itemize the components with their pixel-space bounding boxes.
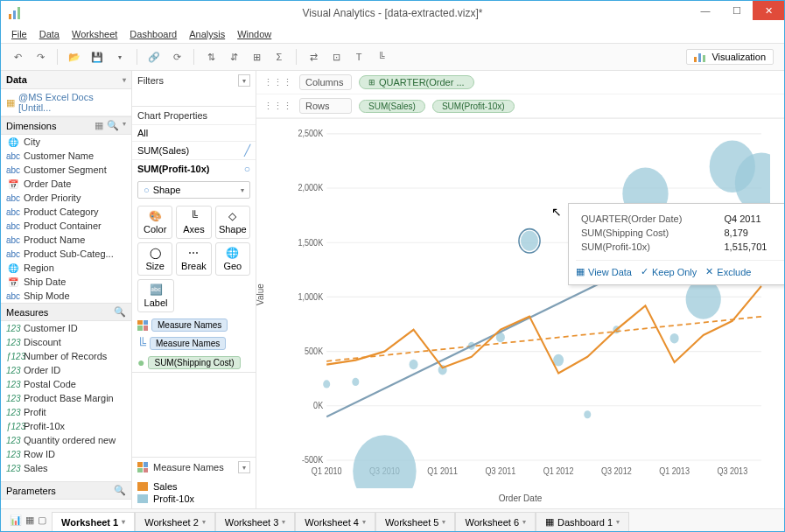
- measure-field[interactable]: 123Customer ID: [1, 321, 131, 335]
- menu-worksheet[interactable]: Worksheet: [72, 29, 117, 39]
- maximize-button[interactable]: ☐: [721, 1, 753, 20]
- shape-card[interactable]: ◇Shape: [215, 206, 250, 239]
- menu-window[interactable]: Window: [237, 29, 271, 39]
- axes-button[interactable]: ╚: [372, 47, 391, 66]
- size-card[interactable]: ◯Size: [137, 242, 172, 276]
- measure-field[interactable]: 123Profit: [1, 405, 131, 419]
- axes-card[interactable]: ╚Axes: [176, 206, 211, 239]
- dimension-field[interactable]: abcProduct Category: [1, 205, 131, 219]
- fit-button[interactable]: ⊡: [326, 47, 346, 66]
- save-button[interactable]: 💾: [88, 47, 107, 66]
- dimension-field[interactable]: abcCustomer Name: [1, 149, 131, 163]
- worksheet-tab[interactable]: Worksheet 6▾: [455, 512, 536, 531]
- measure-field[interactable]: 123Discount: [1, 335, 131, 349]
- view-icon[interactable]: ▦: [95, 120, 103, 131]
- measure-field[interactable]: 123Row ID: [1, 447, 131, 461]
- filters-dd-icon[interactable]: ▾: [238, 74, 250, 87]
- refresh-button[interactable]: ⟳: [167, 47, 186, 66]
- dimension-field[interactable]: abcShip Mode: [1, 289, 131, 303]
- menu-data[interactable]: Data: [39, 29, 60, 39]
- total-button[interactable]: Σ: [270, 47, 289, 66]
- visualization-button[interactable]: Visualization: [686, 49, 774, 65]
- worksheet-tab[interactable]: Worksheet 1▾: [52, 512, 135, 531]
- undo-button[interactable]: ↶: [8, 47, 27, 66]
- measure-field[interactable]: ƒ123Number of Records: [1, 349, 131, 363]
- tooltip-view-data[interactable]: ▦View Data: [576, 266, 632, 277]
- connect-button[interactable]: 🔗: [144, 47, 164, 66]
- color-card[interactable]: 🎨Color: [137, 206, 172, 239]
- dimension-field[interactable]: 🌐Region: [1, 261, 131, 275]
- dimension-field[interactable]: abcProduct Name: [1, 233, 131, 247]
- save-dd-button[interactable]: ▾: [110, 47, 130, 66]
- tooltip-keep-only[interactable]: ✓Keep Only: [641, 266, 697, 277]
- tooltip-exclude[interactable]: ✕Exclude: [705, 266, 751, 277]
- chart-viewport[interactable]: Value -500K0K500K1,000K1,500K2,000K2,500…: [256, 119, 784, 492]
- worksheet-tab[interactable]: ▦Dashboard 1▾: [536, 512, 629, 531]
- search-dim-icon[interactable]: 🔍: [107, 120, 119, 131]
- cp-sales-row[interactable]: SUM(Sales)╱: [132, 141, 256, 159]
- svg-text:2,500K: 2,500K: [298, 129, 324, 139]
- legend-dd-icon[interactable]: ▾: [238, 461, 250, 473]
- sort-asc-button[interactable]: ⇅: [201, 47, 221, 66]
- redo-button[interactable]: ↷: [31, 47, 50, 66]
- datasource-row[interactable]: ▦ @MS Excel Docs [Untitl...: [1, 89, 131, 116]
- legend-swatch: [137, 482, 148, 491]
- search-mea-icon[interactable]: 🔍: [114, 306, 126, 318]
- svg-text:Q1 2012: Q1 2012: [543, 466, 574, 476]
- menu-analysis[interactable]: Analysis: [189, 29, 225, 39]
- rows-pill-sales[interactable]: SUM(Sales): [359, 100, 425, 113]
- measure-field[interactable]: 123Postal Code: [1, 377, 131, 391]
- worksheet-tab[interactable]: Worksheet 3▾: [215, 512, 296, 531]
- rows-shelf[interactable]: ⋮⋮⋮ Rows SUM(Sales) SUM(Profit-10x): [256, 94, 784, 118]
- dimension-field[interactable]: abcProduct Sub-Categ...: [1, 247, 131, 261]
- field-icon: 123: [6, 464, 20, 473]
- axes-pill-icon: ╚: [137, 340, 146, 348]
- measure-field[interactable]: 123Quantity ordered new: [1, 433, 131, 447]
- columns-shelf[interactable]: ⋮⋮⋮ Columns ⊞QUARTER(Order ...: [256, 71, 784, 94]
- worksheet-tab[interactable]: Worksheet 2▾: [135, 512, 215, 531]
- close-button[interactable]: ✕: [753, 1, 784, 20]
- y-axis-label: Value: [256, 284, 265, 305]
- data-dd-icon[interactable]: ▾: [123, 76, 126, 84]
- shape-selector[interactable]: ○ Shape ▾: [137, 181, 250, 199]
- cp-all-row[interactable]: All: [132, 124, 256, 141]
- rows-pill-profit[interactable]: SUM(Profit-10x): [432, 100, 515, 113]
- field-icon: 🌐: [6, 137, 20, 147]
- menu-dashboard[interactable]: Dashboard: [130, 29, 177, 39]
- dimensions-list: 🌐CityabcCustomer NameabcCustomer Segment…: [1, 135, 131, 303]
- dim-dd-icon[interactable]: ▾: [123, 120, 126, 131]
- measure-names-pill-1[interactable]: Measure Names: [132, 316, 256, 334]
- legend-item[interactable]: Profit-10x: [137, 493, 250, 505]
- dimension-field[interactable]: 🌐City: [1, 135, 131, 149]
- tab-dash-icon[interactable]: ▦: [25, 514, 34, 526]
- legend-item[interactable]: Sales: [137, 480, 250, 493]
- open-button[interactable]: 📂: [65, 47, 84, 66]
- measure-field[interactable]: ƒ123Profit-10x: [1, 419, 131, 433]
- minimize-button[interactable]: —: [690, 1, 721, 20]
- dimension-field[interactable]: abcOrder Priority: [1, 191, 131, 205]
- geo-card[interactable]: 🌐Geo: [215, 242, 250, 276]
- search-par-icon[interactable]: 🔍: [114, 485, 126, 496]
- tab-chart-icon[interactable]: 📊: [10, 514, 22, 526]
- measure-field[interactable]: 123Sales: [1, 461, 131, 475]
- shipping-cost-pill[interactable]: ● SUM(Shipping Cost): [132, 353, 256, 372]
- measure-names-pill-2[interactable]: ╚ Measure Names: [132, 334, 256, 353]
- menu-file[interactable]: File: [11, 29, 27, 39]
- label-card[interactable]: 🔤Label: [137, 279, 174, 312]
- measure-field[interactable]: 123Product Base Margin: [1, 391, 131, 405]
- label-button[interactable]: T: [349, 47, 368, 66]
- tab-new-icon[interactable]: ▢: [38, 514, 46, 526]
- dimension-field[interactable]: 📅Ship Date: [1, 275, 131, 289]
- swap-button[interactable]: ⇄: [304, 47, 323, 66]
- dimension-field[interactable]: abcProduct Container: [1, 219, 131, 233]
- sort-desc-button[interactable]: ⇵: [224, 47, 243, 66]
- group-button[interactable]: ⊞: [247, 47, 266, 66]
- worksheet-tab[interactable]: Worksheet 5▾: [375, 512, 456, 531]
- dimension-field[interactable]: 📅Order Date: [1, 177, 131, 191]
- columns-pill-quarter[interactable]: ⊞QUARTER(Order ...: [359, 75, 474, 89]
- dimension-field[interactable]: abcCustomer Segment: [1, 163, 131, 177]
- measure-field[interactable]: 123Order ID: [1, 363, 131, 377]
- worksheet-tab[interactable]: Worksheet 4▾: [295, 512, 375, 531]
- cp-profit-row[interactable]: SUM(Profit-10x)○: [132, 159, 256, 178]
- break-card[interactable]: ⋯Break: [176, 242, 211, 276]
